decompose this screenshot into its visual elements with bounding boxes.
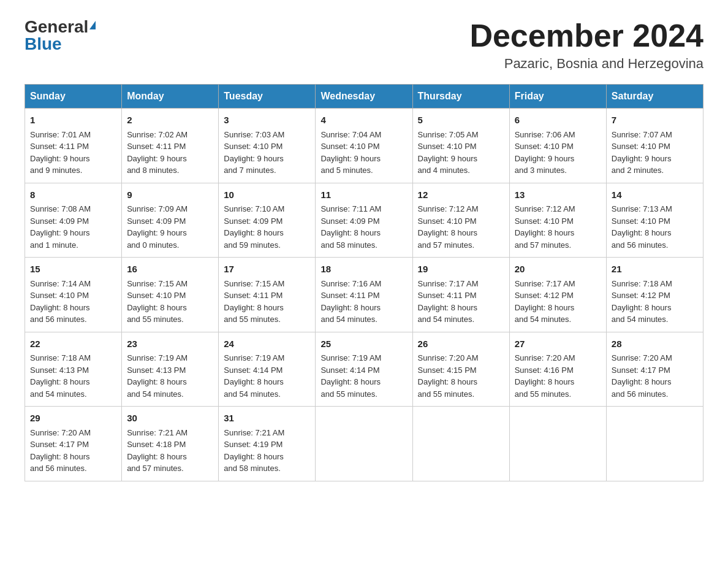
day-number: 31 (224, 412, 310, 426)
calendar-cell (412, 407, 509, 481)
calendar-cell: 12Sunrise: 7:12 AM Sunset: 4:10 PM Dayli… (412, 183, 509, 258)
day-number: 21 (612, 262, 698, 277)
day-number: 24 (224, 337, 310, 351)
day-number: 13 (515, 188, 601, 202)
logo: General Blue (25, 18, 96, 53)
weekday-header-saturday: Saturday (606, 85, 703, 109)
day-number: 14 (612, 188, 698, 202)
day-info: Sunrise: 7:02 AM Sunset: 4:11 PM Dayligh… (127, 130, 188, 175)
week-row-3: 15Sunrise: 7:14 AM Sunset: 4:10 PM Dayli… (25, 258, 703, 332)
calendar-cell: 20Sunrise: 7:17 AM Sunset: 4:12 PM Dayli… (509, 258, 606, 332)
day-info: Sunrise: 7:06 AM Sunset: 4:10 PM Dayligh… (515, 130, 575, 175)
day-info: Sunrise: 7:05 AM Sunset: 4:10 PM Dayligh… (418, 130, 479, 175)
calendar-cell: 11Sunrise: 7:11 AM Sunset: 4:09 PM Dayli… (316, 183, 412, 258)
day-number: 4 (320, 113, 407, 128)
calendar-cell: 13Sunrise: 7:12 AM Sunset: 4:10 PM Dayli… (509, 183, 606, 258)
day-number: 16 (127, 262, 213, 277)
day-info: Sunrise: 7:12 AM Sunset: 4:10 PM Dayligh… (515, 204, 575, 250)
calendar-cell: 10Sunrise: 7:10 AM Sunset: 4:09 PM Dayli… (219, 183, 316, 258)
day-info: Sunrise: 7:19 AM Sunset: 4:14 PM Dayligh… (224, 353, 284, 399)
weekday-header-sunday: Sunday (25, 85, 122, 109)
weekday-header-friday: Friday (509, 85, 606, 109)
day-number: 20 (515, 262, 601, 277)
day-info: Sunrise: 7:17 AM Sunset: 4:11 PM Dayligh… (418, 279, 479, 324)
day-info: Sunrise: 7:11 AM Sunset: 4:09 PM Dayligh… (320, 204, 381, 250)
day-info: Sunrise: 7:07 AM Sunset: 4:10 PM Dayligh… (612, 130, 672, 175)
day-number: 26 (418, 337, 504, 351)
weekday-header-thursday: Thursday (412, 85, 509, 109)
calendar-cell: 17Sunrise: 7:15 AM Sunset: 4:11 PM Dayli… (219, 258, 316, 332)
calendar-cell: 31Sunrise: 7:21 AM Sunset: 4:19 PM Dayli… (219, 407, 316, 481)
logo-blue: Blue (25, 36, 62, 53)
calendar-table: SundayMondayTuesdayWednesdayThursdayFrid… (25, 84, 703, 481)
calendar-cell (606, 407, 703, 481)
day-number: 3 (224, 113, 310, 128)
calendar-cell: 14Sunrise: 7:13 AM Sunset: 4:10 PM Dayli… (606, 183, 703, 258)
weekday-header-monday: Monday (122, 85, 219, 109)
day-info: Sunrise: 7:09 AM Sunset: 4:09 PM Dayligh… (127, 204, 188, 250)
day-info: Sunrise: 7:20 AM Sunset: 4:16 PM Dayligh… (515, 353, 575, 399)
day-info: Sunrise: 7:19 AM Sunset: 4:14 PM Dayligh… (320, 353, 381, 399)
day-number: 5 (418, 113, 504, 128)
week-row-5: 29Sunrise: 7:20 AM Sunset: 4:17 PM Dayli… (25, 407, 703, 481)
day-info: Sunrise: 7:16 AM Sunset: 4:11 PM Dayligh… (320, 279, 381, 324)
calendar-cell: 8Sunrise: 7:08 AM Sunset: 4:09 PM Daylig… (25, 183, 122, 258)
day-number: 10 (224, 188, 310, 202)
location-title: Pazaric, Bosnia and Herzegovina (469, 56, 703, 72)
logo-triangle-icon (89, 21, 96, 29)
calendar-cell: 24Sunrise: 7:19 AM Sunset: 4:14 PM Dayli… (219, 332, 316, 407)
day-number: 29 (30, 412, 116, 426)
day-number: 12 (418, 188, 504, 202)
calendar-cell: 4Sunrise: 7:04 AM Sunset: 4:10 PM Daylig… (316, 109, 412, 183)
day-number: 25 (320, 337, 407, 351)
calendar-cell: 28Sunrise: 7:20 AM Sunset: 4:17 PM Dayli… (606, 332, 703, 407)
day-info: Sunrise: 7:13 AM Sunset: 4:10 PM Dayligh… (612, 204, 672, 250)
calendar-cell: 7Sunrise: 7:07 AM Sunset: 4:10 PM Daylig… (606, 109, 703, 183)
day-number: 11 (320, 188, 407, 202)
day-info: Sunrise: 7:08 AM Sunset: 4:09 PM Dayligh… (30, 204, 91, 250)
day-info: Sunrise: 7:20 AM Sunset: 4:17 PM Dayligh… (612, 353, 672, 399)
page-header: General Blue December 2024 Pazaric, Bosn… (25, 18, 703, 72)
day-info: Sunrise: 7:21 AM Sunset: 4:19 PM Dayligh… (224, 428, 284, 473)
month-title: December 2024 (469, 18, 703, 53)
calendar-cell: 29Sunrise: 7:20 AM Sunset: 4:17 PM Dayli… (25, 407, 122, 481)
day-number: 22 (30, 337, 116, 351)
day-number: 28 (612, 337, 698, 351)
calendar-cell: 25Sunrise: 7:19 AM Sunset: 4:14 PM Dayli… (316, 332, 412, 407)
weekday-header-tuesday: Tuesday (219, 85, 316, 109)
title-block: December 2024 Pazaric, Bosnia and Herzeg… (469, 18, 703, 72)
calendar-cell: 3Sunrise: 7:03 AM Sunset: 4:10 PM Daylig… (219, 109, 316, 183)
calendar-cell: 30Sunrise: 7:21 AM Sunset: 4:18 PM Dayli… (122, 407, 219, 481)
day-number: 7 (612, 113, 698, 128)
calendar-cell: 22Sunrise: 7:18 AM Sunset: 4:13 PM Dayli… (25, 332, 122, 407)
logo-general: General (25, 18, 88, 36)
day-info: Sunrise: 7:01 AM Sunset: 4:11 PM Dayligh… (30, 130, 91, 175)
day-info: Sunrise: 7:14 AM Sunset: 4:10 PM Dayligh… (30, 279, 91, 324)
day-number: 17 (224, 262, 310, 277)
week-row-2: 8Sunrise: 7:08 AM Sunset: 4:09 PM Daylig… (25, 183, 703, 258)
day-info: Sunrise: 7:19 AM Sunset: 4:13 PM Dayligh… (127, 353, 188, 399)
calendar-cell: 19Sunrise: 7:17 AM Sunset: 4:11 PM Dayli… (412, 258, 509, 332)
day-number: 15 (30, 262, 116, 277)
calendar-cell: 16Sunrise: 7:15 AM Sunset: 4:10 PM Dayli… (122, 258, 219, 332)
day-number: 18 (320, 262, 407, 277)
day-info: Sunrise: 7:12 AM Sunset: 4:10 PM Dayligh… (418, 204, 479, 250)
week-row-1: 1Sunrise: 7:01 AM Sunset: 4:11 PM Daylig… (25, 109, 703, 183)
day-number: 8 (30, 188, 116, 202)
day-info: Sunrise: 7:21 AM Sunset: 4:18 PM Dayligh… (127, 428, 188, 473)
day-info: Sunrise: 7:15 AM Sunset: 4:10 PM Dayligh… (127, 279, 188, 324)
calendar-cell (316, 407, 412, 481)
day-number: 9 (127, 188, 213, 202)
day-number: 19 (418, 262, 504, 277)
weekday-header-row: SundayMondayTuesdayWednesdayThursdayFrid… (25, 85, 703, 109)
day-number: 2 (127, 113, 213, 128)
calendar-cell: 2Sunrise: 7:02 AM Sunset: 4:11 PM Daylig… (122, 109, 219, 183)
day-info: Sunrise: 7:18 AM Sunset: 4:13 PM Dayligh… (30, 353, 91, 399)
weekday-header-wednesday: Wednesday (316, 85, 412, 109)
day-info: Sunrise: 7:10 AM Sunset: 4:09 PM Dayligh… (224, 204, 284, 250)
calendar-cell: 5Sunrise: 7:05 AM Sunset: 4:10 PM Daylig… (412, 109, 509, 183)
calendar-cell: 27Sunrise: 7:20 AM Sunset: 4:16 PM Dayli… (509, 332, 606, 407)
calendar-cell: 23Sunrise: 7:19 AM Sunset: 4:13 PM Dayli… (122, 332, 219, 407)
day-number: 6 (515, 113, 601, 128)
day-number: 27 (515, 337, 601, 351)
